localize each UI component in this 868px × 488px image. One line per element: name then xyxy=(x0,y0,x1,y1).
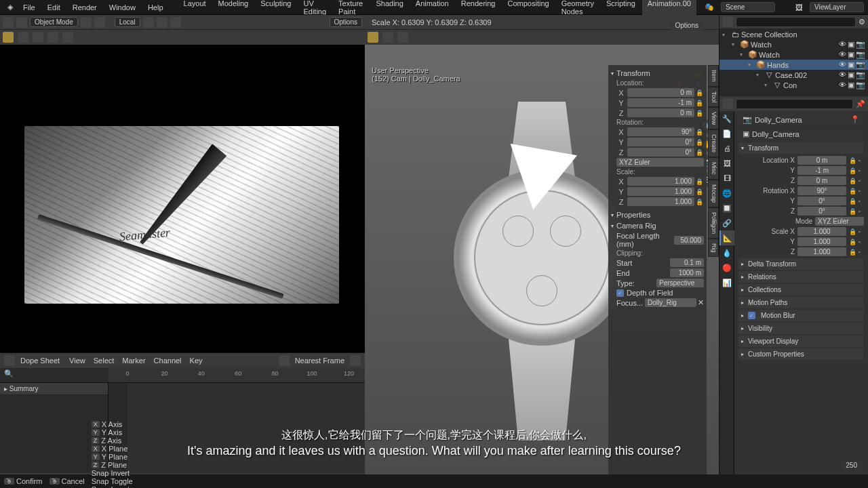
scene-field[interactable]: Scene xyxy=(721,2,775,12)
dopesheet-menu[interactable]: View xyxy=(65,357,90,365)
property-tab[interactable]: 📐 xyxy=(719,230,734,245)
visibility-icon[interactable]: 👁 xyxy=(839,70,846,79)
outliner-search[interactable] xyxy=(736,17,856,27)
menu-window[interactable]: Window xyxy=(104,1,141,14)
transform-panel[interactable]: Transform xyxy=(738,142,864,154)
camera-rig-section[interactable]: Camera Rig xyxy=(611,220,704,231)
cursor-tool-icon[interactable] xyxy=(3,32,14,43)
render-icon[interactable]: 📷 xyxy=(856,40,865,49)
loc-y[interactable]: -1 m xyxy=(627,98,694,107)
property-section[interactable]: Viewport Display xyxy=(738,336,864,347)
render-icon[interactable]: 📷 xyxy=(856,70,865,79)
dopesheet-menu[interactable]: Marker xyxy=(118,357,149,365)
cam-type[interactable]: Perspective xyxy=(656,279,704,287)
dopesheet-editor-icon[interactable] xyxy=(4,355,15,366)
filter-icon[interactable]: ⚙ xyxy=(859,18,865,26)
n-panel-tab[interactable]: View xyxy=(708,107,719,129)
outliner-item[interactable]: Hands xyxy=(767,61,837,69)
p-rot-y[interactable]: 0° xyxy=(797,197,846,205)
editor-type-icon[interactable] xyxy=(3,17,14,28)
n-panel-tab[interactable]: Tool xyxy=(708,87,719,108)
p-scl-x[interactable]: 1.000 xyxy=(797,227,846,236)
orientation-select[interactable]: Local xyxy=(115,17,140,27)
object-crumb[interactable]: Dolly_Camera xyxy=(755,116,802,124)
property-section[interactable]: Collections xyxy=(738,284,864,296)
image-menu-icon[interactable] xyxy=(16,17,27,28)
clip-end[interactable]: 1000 m xyxy=(670,268,704,277)
dopesheet-menu[interactable]: Channel xyxy=(150,357,186,365)
clip-start[interactable]: 0.1 m xyxy=(670,258,704,267)
pivot-icon[interactable] xyxy=(143,17,154,28)
scl-y[interactable]: 1.000 xyxy=(627,187,694,196)
n-panel-tab[interactable]: Rig xyxy=(708,239,719,258)
property-tab[interactable]: 🔴 xyxy=(719,260,734,275)
property-section[interactable]: ✓Motion Blur xyxy=(738,310,864,321)
collection-root[interactable]: Scene Collection xyxy=(741,30,865,39)
properties-section[interactable]: Properties xyxy=(611,209,704,220)
selectable-icon[interactable]: ▣ xyxy=(848,60,854,69)
property-tab[interactable]: 📄 xyxy=(719,126,734,141)
viewlayer-field[interactable]: ViewLayer xyxy=(810,2,864,12)
render-icon[interactable]: 📷 xyxy=(856,50,865,59)
p-rot-mode[interactable]: XYZ Euler xyxy=(815,217,864,226)
shading-icon[interactable] xyxy=(94,17,105,28)
n-panel-tab[interactable]: Mocap xyxy=(708,180,719,207)
focus-object[interactable]: Dolly_Rig xyxy=(645,298,696,307)
mode-select[interactable]: Object Mode xyxy=(30,17,78,27)
filter-icon[interactable] xyxy=(279,355,290,366)
summary-channel[interactable]: Summary xyxy=(0,383,108,395)
move-tool-icon[interactable] xyxy=(33,32,43,43)
menu-render[interactable]: Render xyxy=(67,1,102,14)
pin-icon[interactable]: 📌 xyxy=(856,100,865,108)
select-tool-icon[interactable] xyxy=(18,32,28,43)
property-section[interactable]: Custom Properties xyxy=(738,348,864,360)
overlays-icon[interactable] xyxy=(81,17,92,28)
frame-ruler[interactable]: 020406080100120140160180200220240 xyxy=(108,368,365,382)
rotation-mode[interactable]: XYZ Euler xyxy=(616,158,704,167)
render-result-viewport[interactable] xyxy=(0,45,365,352)
property-tab[interactable]: 🖨 xyxy=(719,141,734,156)
property-section[interactable]: Relations xyxy=(738,271,864,283)
visibility-icon[interactable]: 👁 xyxy=(839,50,846,59)
selectable-icon[interactable]: ▣ xyxy=(848,81,854,89)
blender-logo-icon[interactable]: ◈ xyxy=(4,1,16,14)
p-scl-y[interactable]: 1.000 xyxy=(797,237,846,246)
loc-x[interactable]: 0 m xyxy=(627,88,694,97)
visibility-icon[interactable]: 👁 xyxy=(839,81,846,89)
dopesheet-menu[interactable]: Select xyxy=(90,357,119,365)
proportional-icon[interactable] xyxy=(170,17,181,28)
outliner-item[interactable]: Con xyxy=(783,81,837,89)
property-tab[interactable]: 💧 xyxy=(719,245,734,260)
rot-y[interactable]: 0° xyxy=(627,138,694,146)
scl-x[interactable]: 1.000 xyxy=(627,177,694,186)
snap-icon[interactable] xyxy=(157,17,167,28)
selectable-icon[interactable]: ▣ xyxy=(848,70,854,79)
scl-z[interactable]: 1.000 xyxy=(627,197,694,206)
n-panel-tab[interactable]: Misc xyxy=(708,157,719,180)
properties-editor-icon[interactable] xyxy=(722,98,733,109)
end-frame-field[interactable]: 250 xyxy=(840,460,863,470)
visibility-icon[interactable]: 👁 xyxy=(839,60,846,69)
outliner-item[interactable]: Watch xyxy=(751,41,837,49)
focal-length[interactable]: 50.000 xyxy=(674,236,704,245)
outliner-item[interactable]: Case.002 xyxy=(775,71,837,79)
property-tab[interactable]: 🔗 xyxy=(719,216,734,230)
property-tab[interactable]: 🔲 xyxy=(719,201,734,216)
snap-mode[interactable]: Nearest Frame xyxy=(295,357,344,365)
dopesheet-mode[interactable]: Dope Sheet xyxy=(20,357,60,365)
p-loc-z[interactable]: 0 m xyxy=(797,176,846,185)
render-icon[interactable]: 📷 xyxy=(856,60,865,69)
selectable-icon[interactable]: ▣ xyxy=(848,40,854,49)
menu-file[interactable]: File xyxy=(18,1,41,14)
scale-tool-icon[interactable] xyxy=(62,32,73,43)
n-panel-tab[interactable]: Create xyxy=(708,129,719,157)
menu-edit[interactable]: Edit xyxy=(42,1,66,14)
cursor-tool-icon[interactable] xyxy=(368,32,378,43)
n-panel-tab[interactable]: Item xyxy=(708,65,719,87)
render-icon[interactable]: 📷 xyxy=(856,81,865,89)
select-box-icon[interactable] xyxy=(382,32,393,43)
property-tab[interactable]: 🎞 xyxy=(719,171,734,186)
properties-search[interactable] xyxy=(736,99,853,109)
visibility-icon[interactable]: 👁 xyxy=(839,40,846,49)
property-section[interactable]: Visibility xyxy=(738,323,864,334)
